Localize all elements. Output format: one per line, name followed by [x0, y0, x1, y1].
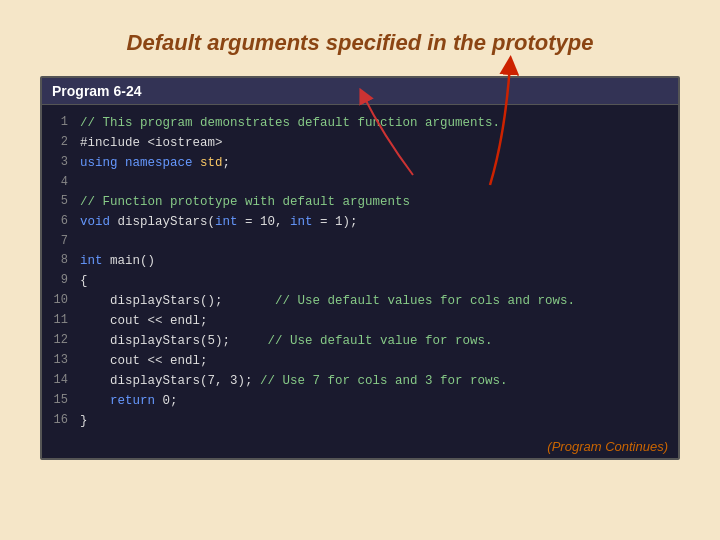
program-label: Program 6-24: [52, 83, 141, 99]
table-row: 9{: [52, 271, 668, 291]
table-row: 12 displayStars(5); // Use default value…: [52, 331, 668, 351]
table-row: 16}: [52, 411, 668, 431]
program-continues-label: (Program Continues): [42, 439, 678, 458]
table-row: 6void displayStars(int = 10, int = 1);: [52, 212, 668, 232]
table-row: 14 displayStars(7, 3); // Use 7 for cols…: [52, 371, 668, 391]
line-number: 1: [52, 113, 80, 133]
line-number: 11: [52, 311, 80, 331]
table-row: 11 cout << endl;: [52, 311, 668, 331]
line-number: 13: [52, 351, 80, 371]
table-row: 15 return 0;: [52, 391, 668, 411]
slide-container: Default arguments specified in the proto…: [0, 0, 720, 540]
line-number: 16: [52, 411, 80, 431]
table-row: 8int main(): [52, 251, 668, 271]
line-number: 9: [52, 271, 80, 291]
code-text: cout << endl;: [80, 351, 668, 371]
code-text: // Function prototype with default argum…: [80, 192, 668, 212]
code-text: displayStars(); // Use default values fo…: [80, 291, 668, 311]
table-row: 3using namespace std;: [52, 153, 668, 173]
code-text: [80, 232, 668, 251]
line-number: 4: [52, 173, 80, 192]
code-text: displayStars(5); // Use default value fo…: [80, 331, 668, 351]
code-text: cout << endl;: [80, 311, 668, 331]
code-text: void displayStars(int = 10, int = 1);: [80, 212, 668, 232]
line-number: 10: [52, 291, 80, 311]
line-number: 5: [52, 192, 80, 212]
program-box: Program 6-24 1// This program demonstrat…: [40, 76, 680, 460]
code-text: [80, 173, 668, 192]
program-header: Program 6-24: [42, 78, 678, 105]
code-text: #include <iostream>: [80, 133, 668, 153]
slide-title: Default arguments specified in the proto…: [127, 30, 594, 56]
program-content: 1// This program demonstrates default fu…: [42, 105, 678, 439]
table-row: 5// Function prototype with default argu…: [52, 192, 668, 212]
line-number: 7: [52, 232, 80, 251]
title-text: Default arguments specified in the proto…: [127, 30, 594, 55]
table-row: 13 cout << endl;: [52, 351, 668, 371]
line-number: 6: [52, 212, 80, 232]
line-number: 15: [52, 391, 80, 411]
line-number: 8: [52, 251, 80, 271]
line-number: 14: [52, 371, 80, 391]
code-text: }: [80, 411, 668, 431]
code-text: return 0;: [80, 391, 668, 411]
line-number: 12: [52, 331, 80, 351]
table-row: 7: [52, 232, 668, 251]
code-text: displayStars(7, 3); // Use 7 for cols an…: [80, 371, 668, 391]
table-row: 10 displayStars(); // Use default values…: [52, 291, 668, 311]
code-text: int main(): [80, 251, 668, 271]
code-text: {: [80, 271, 668, 291]
line-number: 2: [52, 133, 80, 153]
code-table: 1// This program demonstrates default fu…: [52, 113, 668, 431]
table-row: 2#include <iostream>: [52, 133, 668, 153]
line-number: 3: [52, 153, 80, 173]
table-row: 1// This program demonstrates default fu…: [52, 113, 668, 133]
code-text: // This program demonstrates default fun…: [80, 113, 668, 133]
code-text: using namespace std;: [80, 153, 668, 173]
table-row: 4: [52, 173, 668, 192]
